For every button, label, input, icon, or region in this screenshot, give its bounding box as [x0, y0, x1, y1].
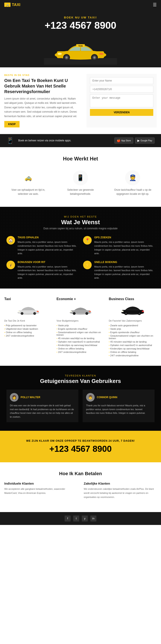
hero-phone: +123 4567 8900 — [45, 20, 116, 30]
form-submit-button[interactable]: VERZENDEN — [90, 109, 153, 116]
features-label: WIJ DOEN HET BESTE — [6, 216, 154, 218]
feature-item-2: 📍 GPS ZOEKEN Mauris porta, nisi a portti… — [83, 236, 154, 255]
hero-content: BOEK NU UW TAXI! +123 4567 8900 — [45, 16, 116, 32]
list-item: Geautomatiseerd volgen van vluchten en t… — [109, 334, 157, 340]
svg-point-23 — [70, 311, 72, 312]
class-features-economy: Vaste prijs Engels sprekende chauffeur G… — [56, 324, 104, 354]
list-item: 45 minuten wachttijd na de landing — [56, 336, 104, 340]
menu-button[interactable]: ☰ — [153, 2, 157, 7]
class-card-business: Business Class De Favoriet Van Zakenreiz… — [109, 297, 157, 357]
booking-title: Om Een Taxi Te Boeken Kunt U Gebruik Mak… — [4, 78, 80, 94]
how-step-1: 🚕 Voer uw ophaalpunt en tijd in, selecte… — [4, 168, 52, 198]
header: 🚕 TAXI ☰ — [0, 0, 161, 10]
svg-point-30 — [138, 312, 140, 314]
payment-col-business: Zakelijke Klanten We ondersteunen zakeli… — [84, 482, 157, 499]
class-car-image-business — [109, 303, 157, 318]
list-item: 45 minuten wachttijd na de landing — [109, 340, 157, 344]
step-icon-1: 🚕 — [21, 170, 36, 185]
booking-button[interactable]: KNOP — [4, 121, 20, 128]
svg-point-28 — [125, 312, 127, 314]
class-desc-economy: Voor Budgetreizigers — [56, 320, 104, 322]
feature-title-1: THUIS OPHALEN — [18, 236, 78, 239]
hero-section: BOEK NU UW TAXI! +123 4567 8900 — [0, 10, 161, 67]
list-item: Prijs gebaseerd op taxameter — [4, 324, 52, 327]
class-car-image-taxi — [4, 303, 52, 318]
feature-item-4: ⚡ SNELLE BOEKING Mauris porta, nisi a po… — [83, 261, 154, 280]
testimonials-section: TEVREDEN KLANTEN Getuigenissen Van Gebru… — [0, 366, 161, 431]
hero-car: TAXI — [44, 34, 117, 65]
features-subtitle: Duis ornare sapien bij arcu rutrum, ut c… — [6, 227, 154, 230]
svg-point-15 — [20, 312, 24, 315]
avatar-1: 👩 — [10, 393, 18, 402]
svg-point-5 — [66, 56, 68, 58]
feature-content-3: BONUSSEN VOOR RIT Mauris porta, nisi a p… — [18, 261, 78, 280]
booking-section: BESTE IN DE STAD Om Een Taxi Te Boeken K… — [0, 67, 161, 134]
svg-point-21 — [73, 312, 76, 315]
features-grid: 🏠 THUIS OPHALEN Mauris porta, nisi a por… — [6, 236, 154, 280]
svg-point-10 — [99, 53, 104, 55]
class-desc-business: De Favoriet Van Zakenreizigers — [109, 320, 157, 322]
classes-grid: Taxi De Taxi Die Je Kent Prijs gebaseerd… — [4, 297, 157, 357]
features-section: WIJ DOEN HET BESTE Wat Je Wenst Duis orn… — [0, 207, 161, 288]
feature-text-1: Mauris porta, nisi a porttitor varius. i… — [18, 240, 78, 255]
class-name-business: Business Class — [109, 297, 157, 301]
testimonials-title: Getuigenissen Van Gebruikers — [6, 378, 154, 384]
testimonial-header-1: 👩 POLLY WALTER — [10, 393, 75, 402]
payment-col-title-2: Zakelijke Klanten — [84, 482, 157, 485]
how-step-2: 📱 Selecteer uw gewenste betalingsmethode… — [56, 168, 104, 198]
svg-text:TAXI: TAXI — [78, 45, 83, 47]
class-name-taxi: Taxi — [4, 297, 52, 301]
form-name-input[interactable] — [90, 77, 153, 84]
svg-point-18 — [37, 311, 39, 312]
list-item: 24/7 ondersteuningshotline — [4, 334, 52, 338]
social-youtube[interactable]: y — [82, 516, 88, 522]
testimonial-text-1: Dit was een van de beste ervaringen die … — [10, 404, 75, 419]
booking-form: VERZENDEN — [86, 74, 157, 128]
list-item: 24/7 ondersteuningshotline — [109, 354, 157, 357]
class-car-image-economy — [56, 303, 104, 318]
feature-icon-3: 💰 — [6, 261, 15, 269]
list-item: Ophalen met naamborD in aankomsthal — [109, 344, 157, 347]
list-item: Kinderzitjes op aanvraag beschikbaar — [56, 344, 104, 347]
classes-section: Taxi De Taxi Die Je Kent Prijs gebaseerd… — [0, 288, 161, 366]
app-banner: 📱 Boek en beheer reizen via onze mobiele… — [0, 134, 161, 147]
features-title: Wat Je Wenst — [6, 219, 154, 226]
app-store-button[interactable]: 🍎 App Store — [114, 138, 133, 144]
form-phone-input[interactable] — [90, 86, 153, 93]
footer: f t y in — [0, 512, 161, 525]
social-linkedin[interactable]: in — [90, 516, 96, 522]
svg-point-9 — [58, 53, 62, 55]
taxi-car-svg — [14, 304, 42, 316]
form-message-input[interactable] — [90, 94, 153, 107]
car-illustration: TAXI — [44, 34, 117, 64]
list-item: Online en offline betaling — [4, 330, 52, 334]
feature-item-3: 💰 BONUSSEN VOOR RIT Mauris porta, nisi a… — [6, 261, 78, 280]
booking-body: Lorem ipsum dolor sit amet, consectetur … — [4, 96, 80, 118]
google-play-button[interactable]: ▶ Google Play — [135, 138, 154, 144]
apple-icon: 🍎 — [117, 139, 120, 142]
class-desc-taxi: De Taxi Die Je Kent — [4, 320, 52, 322]
svg-point-31 — [121, 310, 124, 312]
social-twitter[interactable]: t — [73, 516, 79, 522]
list-item: 24/7 ondersteuningshotline — [56, 350, 104, 354]
list-item: Online en offline betaling — [56, 347, 104, 350]
class-features-business: Zwarte auto gegarandeerd Vaste prijs Eng… — [109, 324, 157, 357]
how-section: Hoe Werkt Het 🚕 Voer uw ophaalpunt en ti… — [0, 147, 161, 207]
class-name-economy: Economie + — [56, 297, 104, 301]
list-item: Uitgebreid door lokale taxilinen — [4, 327, 52, 330]
how-step-3: 👮 Onze taxichauffeur haalt u op de opgeg… — [109, 168, 157, 198]
feature-content-1: THUIS OPHALEN Mauris porta, nisi a portt… — [18, 236, 78, 255]
svg-point-24 — [89, 311, 91, 312]
app-banner-text: Boek en beheer reizen via onze mobiele a… — [18, 139, 110, 142]
booking-label: BESTE IN DE STAD — [4, 74, 80, 76]
list-item: Engels sprekende chauffeur — [56, 327, 104, 330]
social-facebook[interactable]: f — [64, 516, 71, 522]
app-buttons: 🍎 App Store ▶ Google Play — [114, 138, 154, 144]
list-item: Vaste prijs — [56, 324, 104, 327]
payment-section: Hoe Ik Kan Betalen Individuele Klanten W… — [0, 462, 161, 512]
google-icon: ▶ — [138, 139, 140, 142]
feature-icon-2: 📍 — [83, 236, 92, 244]
payment-col-text-2: We ondersteunen zakelijke betaalmethoden… — [84, 487, 157, 499]
testimonial-name-1: POLLY WALTER — [20, 396, 40, 399]
testimonials-grid: 👩 POLLY WALTER Dit was een van de beste … — [6, 390, 154, 422]
